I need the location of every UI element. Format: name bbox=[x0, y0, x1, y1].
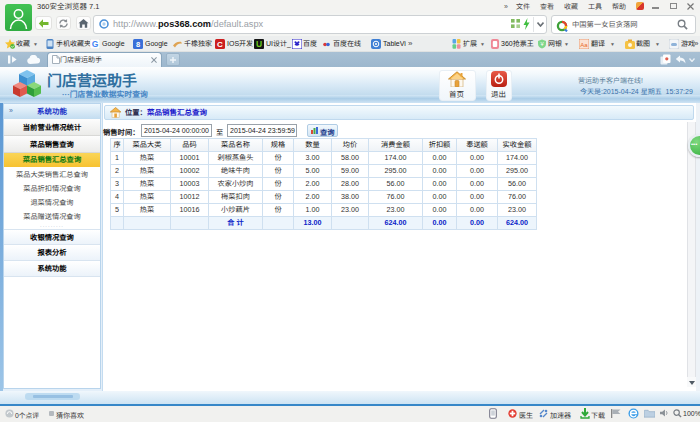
svg-text:8: 8 bbox=[136, 40, 140, 49]
svg-text:C: C bbox=[217, 40, 223, 49]
svg-text:Aa: Aa bbox=[580, 42, 588, 48]
svg-text:U: U bbox=[256, 39, 262, 49]
svg-text:G: G bbox=[92, 39, 99, 49]
